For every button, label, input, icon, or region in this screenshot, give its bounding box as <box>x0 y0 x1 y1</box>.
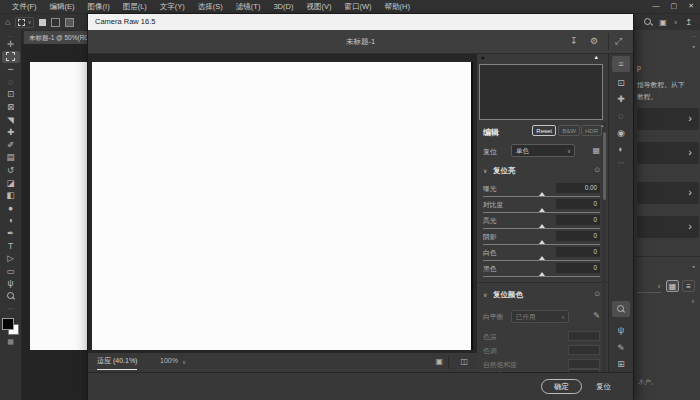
menu-item-window[interactable]: 窗口(W) <box>344 2 371 12</box>
minimize-button[interactable]: — <box>653 1 660 11</box>
color-sampler-icon[interactable]: ✎ <box>609 344 633 353</box>
chevron-down-icon[interactable]: ∨ <box>483 167 487 174</box>
zoom-tool-icon[interactable] <box>609 305 633 315</box>
menu-item-type[interactable]: 文字(Y) <box>160 2 185 12</box>
white-balance-dropdown[interactable]: 已停用 ∨ <box>511 310 569 323</box>
before-after-icon[interactable]: ◫ <box>460 358 468 366</box>
healing-brush-tool-icon[interactable]: ✚ <box>2 126 20 139</box>
more-options-icon[interactable]: ⋯ <box>609 159 633 166</box>
tutorial-card-button[interactable]: › <box>637 142 699 164</box>
slider-thumb[interactable] <box>539 272 545 276</box>
new-selection-mode-icon[interactable] <box>39 19 46 26</box>
crop-icon[interactable]: ⊡ <box>609 79 633 88</box>
panel-section-icon[interactable]: ▪ <box>693 263 695 270</box>
slider-thumb[interactable] <box>539 208 545 212</box>
shape-tool-icon[interactable]: ▭ <box>2 265 20 278</box>
tutorial-card-button[interactable]: › <box>637 216 699 238</box>
fullscreen-icon[interactable]: ⤢ <box>615 37 622 46</box>
menu-item-help[interactable]: 帮助(H) <box>385 2 410 12</box>
foreground-color-swatch[interactable] <box>2 318 14 330</box>
scroll-up-icon[interactable]: ▴ <box>601 123 604 128</box>
hand-tool-icon[interactable]: ψ <box>609 326 633 335</box>
scrollbar-thumb[interactable] <box>603 132 606 200</box>
maximize-button[interactable]: ▢ <box>671 1 678 11</box>
close-button[interactable]: ✕ <box>688 1 694 11</box>
panel-handle[interactable]: .. <box>693 32 696 38</box>
reset-button[interactable]: Reset <box>532 125 556 136</box>
history-brush-tool-icon[interactable]: ↺ <box>2 164 20 177</box>
panel-menu-icon[interactable]: ▪ <box>693 43 695 50</box>
vibrance-value[interactable] <box>568 359 600 369</box>
healing-icon[interactable]: ✚ <box>609 95 633 104</box>
bw-button[interactable]: B&W <box>558 125 580 136</box>
ok-button[interactable]: 确定 <box>541 379 582 394</box>
chevron-down-icon[interactable]: ∨ <box>691 298 695 304</box>
subtract-selection-mode-icon[interactable] <box>65 18 74 27</box>
slider-track[interactable] <box>483 212 600 213</box>
chevron-down-icon[interactable]: ∨ <box>483 291 487 298</box>
menu-item-3d[interactable]: 3D(D) <box>273 2 293 11</box>
add-selection-mode-icon[interactable] <box>51 18 60 27</box>
clone-stamp-tool-icon[interactable]: ▤ <box>2 151 20 164</box>
slider-track[interactable] <box>483 244 600 245</box>
layout-icon[interactable]: ▣ <box>659 18 667 27</box>
menu-item-select[interactable]: 选择(S) <box>198 2 223 12</box>
menu-item-file[interactable]: 文件(F) <box>12 2 37 12</box>
lasso-tool-icon[interactable]: ∽ <box>2 63 20 76</box>
presets-icon[interactable]: ◐ <box>609 145 633 154</box>
tutorial-card-button[interactable]: › <box>637 182 699 204</box>
slider-thumb[interactable] <box>539 240 545 244</box>
search-icon[interactable] <box>644 18 652 26</box>
histogram[interactable] <box>479 64 603 120</box>
path-select-tool-icon[interactable]: ▷ <box>2 252 20 265</box>
zoom-level-value[interactable]: 100% <box>160 357 178 364</box>
object-selection-tool-icon[interactable]: ◌ <box>2 76 20 89</box>
tool-preset-dropdown[interactable]: ∨ <box>15 17 34 28</box>
slider-thumb[interactable] <box>539 224 545 228</box>
share-icon[interactable]: ↥ <box>685 17 692 27</box>
preview-toggle-icon[interactable]: ▣ <box>435 358 443 366</box>
slider-track[interactable] <box>483 276 600 277</box>
brush-tool-icon[interactable]: ✐ <box>2 139 20 152</box>
color-section-title[interactable]: 复位颜色 <box>493 290 523 300</box>
move-tool-icon[interactable]: ✛ <box>2 38 20 51</box>
save-image-icon[interactable]: ↧ <box>570 37 578 46</box>
tutorial-card-button[interactable]: › <box>637 108 699 130</box>
slider-thumb[interactable] <box>539 192 545 196</box>
filter-dropdown[interactable]: ∨ <box>637 280 661 293</box>
edit-toolbar-icon[interactable]: ⋯ <box>2 302 20 315</box>
eye-icon[interactable]: ⊙ <box>594 290 600 298</box>
slider-value[interactable]: 0.00 <box>556 183 600 193</box>
chevron-down-icon[interactable]: ∨ <box>182 359 186 365</box>
crop-tool-icon[interactable]: ⊡ <box>2 88 20 101</box>
red-eye-icon[interactable]: ◉ <box>609 129 633 138</box>
grid-view-toggle[interactable]: ▦ <box>666 280 679 292</box>
slider-value[interactable]: 0 <box>556 247 600 257</box>
tint-value[interactable] <box>568 345 600 355</box>
menu-item-layer[interactable]: 图层(L) <box>123 2 147 12</box>
menu-item-image[interactable]: 图像(I) <box>88 2 110 12</box>
frame-tool-icon[interactable]: ⊠ <box>2 101 20 114</box>
white-balance-eyedropper-icon[interactable]: ✎ <box>593 311 600 320</box>
menu-item-filter[interactable]: 滤镜(T) <box>236 2 261 12</box>
profile-dropdown[interactable]: 单色 ∨ <box>511 144 575 157</box>
color-swatches[interactable] <box>2 318 19 335</box>
eraser-tool-icon[interactable]: ◪ <box>2 177 20 190</box>
fit-zoom-tab[interactable]: 适应 (40.1%) <box>97 356 137 370</box>
grid-overlay-icon[interactable]: ⊞ <box>609 360 633 369</box>
slider-thumb[interactable] <box>539 256 545 260</box>
gradient-tool-icon[interactable]: ◧ <box>2 189 20 202</box>
slider-track[interactable] <box>483 260 600 261</box>
slider-value[interactable]: 0 <box>556 215 600 225</box>
footer-reset-button[interactable]: 复位 <box>596 383 611 391</box>
shadow-clipping-icon[interactable]: ▲ <box>480 55 485 61</box>
quick-mask-icon[interactable]: ▦ <box>2 335 20 348</box>
masking-icon[interactable]: ◌ <box>609 112 633 121</box>
chevron-down-icon[interactable]: ∨ <box>674 19 678 25</box>
eyedropper-tool-icon[interactable]: ◥ <box>2 114 20 127</box>
profile-browser-icon[interactable]: ▦ <box>592 147 600 155</box>
menu-item-view[interactable]: 视图(V) <box>306 2 331 12</box>
gear-icon[interactable]: ⚙ <box>590 37 598 46</box>
menu-item-edit[interactable]: 编辑(E) <box>50 2 75 12</box>
marquee-tool-icon[interactable] <box>2 51 20 64</box>
